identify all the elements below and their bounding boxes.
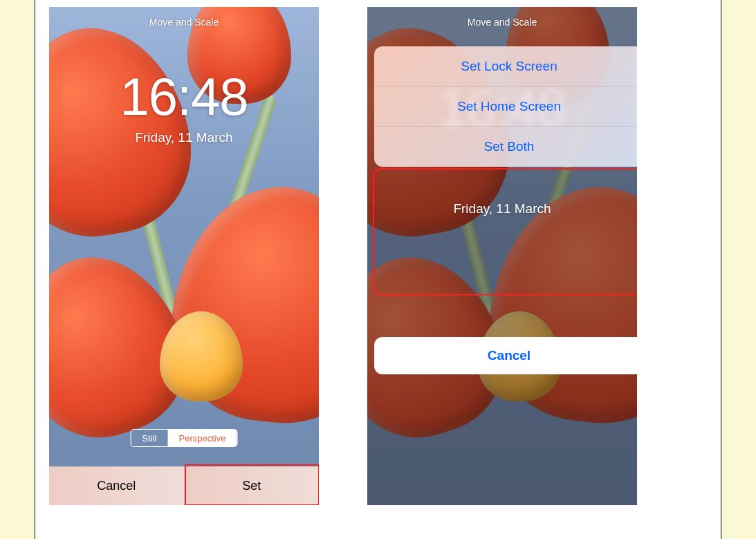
screen-title: Move and Scale (367, 17, 637, 28)
lockscreen-date: Friday, 11 March (49, 130, 319, 145)
actionsheet-cancel-button[interactable]: Cancel (374, 337, 637, 374)
bottom-action-bar: Cancel Set (49, 466, 319, 505)
wallpaper-preview-step1: Move and Scale 16:48 Friday, 11 March St… (49, 7, 319, 505)
segment-still[interactable]: Still (131, 430, 168, 446)
set-lock-screen-button[interactable]: Set Lock Screen (374, 46, 637, 86)
set-wallpaper-actionsheet: Set Lock Screen Set Home Screen Set Both (374, 46, 637, 167)
motion-segmented-control[interactable]: Still Perspective (131, 429, 238, 447)
segment-perspective[interactable]: Perspective (168, 430, 237, 446)
set-button[interactable]: Set (184, 466, 320, 505)
screen-title: Move and Scale (49, 17, 319, 28)
wallpaper-preview-step2: Move and Scale 16:48 Friday, 11 March Se… (367, 7, 637, 505)
lockscreen-time: 16:48 (49, 66, 319, 127)
document-page: Move and Scale 16:48 Friday, 11 March St… (35, 0, 721, 539)
lockscreen-date: Friday, 11 March (367, 201, 637, 217)
cancel-button[interactable]: Cancel (49, 466, 184, 505)
set-home-screen-button[interactable]: Set Home Screen (374, 86, 637, 127)
set-both-button[interactable]: Set Both (374, 127, 637, 167)
